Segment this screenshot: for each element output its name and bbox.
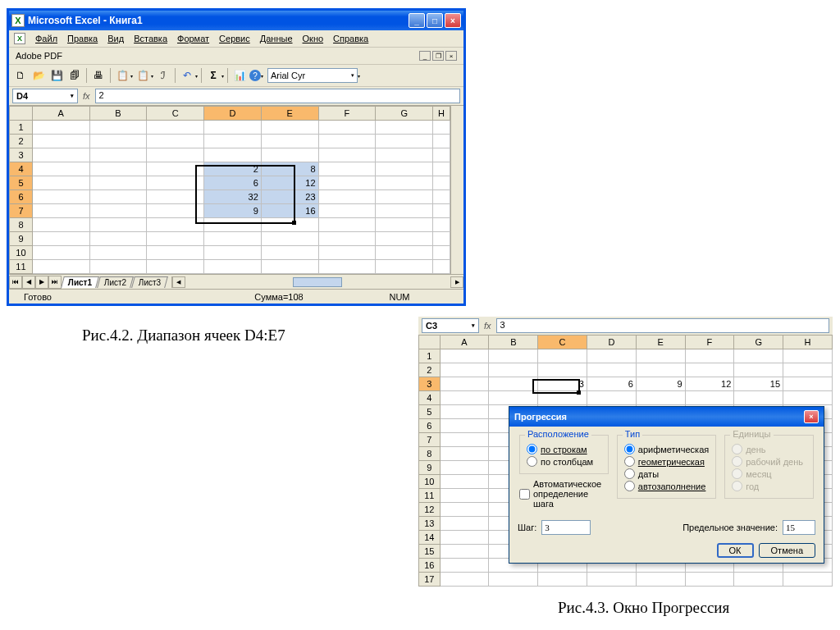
save-icon[interactable]: 💾: [48, 67, 65, 84]
col-header[interactable]: C: [538, 336, 587, 349]
row-header[interactable]: 11: [419, 489, 441, 503]
row-header[interactable]: 4: [10, 162, 33, 176]
cell[interactable]: 12: [261, 176, 318, 190]
col-header[interactable]: A: [440, 336, 489, 349]
format-painter-icon[interactable]: ℐ: [155, 67, 171, 84]
col-header[interactable]: H: [783, 336, 833, 349]
ok-button[interactable]: ОК: [717, 543, 754, 558]
row-header[interactable]: 17: [419, 573, 441, 587]
scroll-left-icon[interactable]: ◀: [172, 276, 185, 288]
menu-data[interactable]: Данные: [260, 34, 293, 43]
row-header[interactable]: 10: [10, 246, 33, 260]
sheet-tab[interactable]: Лист2: [97, 276, 134, 288]
autosum-dropdown-icon[interactable]: ▾: [221, 73, 224, 79]
vertical-scrollbar[interactable]: [450, 106, 463, 274]
row-header[interactable]: 5: [419, 405, 441, 419]
col-header[interactable]: A: [32, 107, 89, 121]
cell[interactable]: 3: [538, 377, 587, 391]
row-header[interactable]: 15: [419, 545, 441, 559]
fx-icon[interactable]: fx: [80, 91, 93, 101]
minimize-button[interactable]: _: [409, 13, 425, 28]
radio-autofill[interactable]: автозаполнение: [624, 481, 709, 491]
row-header[interactable]: 9: [419, 461, 441, 475]
workbook-icon[interactable]: X: [14, 33, 25, 44]
row-header[interactable]: 8: [419, 447, 441, 461]
col-header[interactable]: B: [89, 107, 147, 121]
row-header[interactable]: 4: [419, 391, 441, 405]
permission-icon[interactable]: 🗐: [66, 67, 83, 84]
menu-insert[interactable]: Вставка: [134, 34, 167, 43]
row-header[interactable]: 3: [419, 377, 441, 391]
menu-help[interactable]: Справка: [333, 34, 368, 43]
radio-dates[interactable]: даты: [624, 468, 709, 479]
font-selector[interactable]: Arial Cyr ▾: [267, 68, 358, 83]
formula-input[interactable]: 2: [95, 89, 460, 103]
row-header[interactable]: 3: [10, 148, 33, 162]
tab-first-icon[interactable]: ⏮: [9, 276, 22, 289]
col-header[interactable]: G: [734, 336, 783, 349]
row-header[interactable]: 6: [419, 419, 441, 433]
menu-file[interactable]: Файл: [35, 34, 57, 43]
row-header[interactable]: 5: [10, 176, 33, 190]
menu-format[interactable]: Формат: [177, 34, 209, 43]
row-header[interactable]: 6: [10, 190, 33, 204]
tab-last-icon[interactable]: ⏭: [48, 276, 62, 289]
select-all-corner[interactable]: [419, 336, 441, 349]
doc-close-button[interactable]: ×: [445, 51, 457, 61]
dialog-titlebar[interactable]: Прогрессия ×: [509, 407, 824, 427]
worksheet-grid[interactable]: A B C D E F G H 1 2 3 428 5612 63223 791…: [9, 106, 450, 274]
select-all-corner[interactable]: [10, 107, 33, 121]
cell[interactable]: 2: [204, 162, 262, 176]
step-input[interactable]: [541, 520, 591, 535]
row-header[interactable]: 8: [10, 218, 33, 232]
row-header[interactable]: 12: [419, 503, 441, 517]
menu-window[interactable]: Окно: [303, 34, 324, 43]
paste-icon[interactable]: 📋: [135, 67, 151, 84]
cell[interactable]: 23: [261, 190, 318, 204]
radio-by-rows[interactable]: по строкам: [527, 444, 601, 454]
menu-tools[interactable]: Сервис: [219, 34, 250, 43]
copy-icon[interactable]: 📋: [114, 67, 130, 84]
row-header[interactable]: 14: [419, 531, 441, 545]
maximize-button[interactable]: □: [427, 13, 443, 28]
cell[interactable]: 6: [204, 176, 262, 190]
undo-icon[interactable]: ↶: [179, 67, 195, 84]
cell[interactable]: 32: [204, 190, 262, 204]
row-header[interactable]: 1: [419, 349, 441, 363]
row-header[interactable]: 2: [419, 363, 441, 377]
name-box[interactable]: C3 ▾: [422, 318, 479, 333]
col-header[interactable]: B: [489, 336, 538, 349]
col-header[interactable]: D: [587, 336, 636, 349]
radio-arithmetic[interactable]: арифметическая: [624, 444, 709, 454]
doc-restore-button[interactable]: ❐: [432, 51, 444, 61]
paste-dropdown-icon[interactable]: ▾: [151, 73, 153, 79]
copy-dropdown-icon[interactable]: ▾: [130, 73, 133, 79]
col-header[interactable]: D: [204, 107, 262, 121]
limit-input[interactable]: [783, 520, 815, 535]
checkbox-auto-step[interactable]: Автоматическое определение шага: [519, 479, 609, 509]
row-header[interactable]: 9: [10, 232, 33, 246]
fx-icon[interactable]: fx: [482, 321, 494, 331]
cell[interactable]: 15: [734, 377, 783, 391]
col-header[interactable]: G: [376, 107, 433, 121]
radio-geometric[interactable]: геометрическая: [624, 456, 709, 467]
col-header[interactable]: C: [147, 107, 204, 121]
tab-prev-icon[interactable]: ◀: [22, 276, 35, 289]
toolbar-overflow-icon[interactable]: ▾: [261, 73, 263, 79]
scroll-right-icon[interactable]: ▶: [450, 276, 463, 288]
chart-wizard-icon[interactable]: 📊: [231, 67, 248, 84]
col-header[interactable]: H: [433, 107, 450, 121]
cell[interactable]: 8: [261, 162, 318, 176]
cell[interactable]: 16: [261, 204, 318, 218]
adobe-pdf-label[interactable]: Adobe PDF: [16, 51, 62, 61]
help-icon[interactable]: ?: [249, 70, 261, 81]
row-header[interactable]: 7: [10, 204, 33, 218]
row-header[interactable]: 13: [419, 517, 441, 531]
col-header[interactable]: E: [636, 336, 685, 349]
undo-dropdown-icon[interactable]: ▾: [195, 73, 198, 79]
menu-edit[interactable]: Правка: [67, 34, 98, 43]
print-icon[interactable]: 🖶: [90, 67, 107, 84]
cell[interactable]: 12: [685, 377, 734, 391]
row-header[interactable]: 2: [10, 135, 33, 148]
cell[interactable]: 9: [636, 377, 685, 391]
